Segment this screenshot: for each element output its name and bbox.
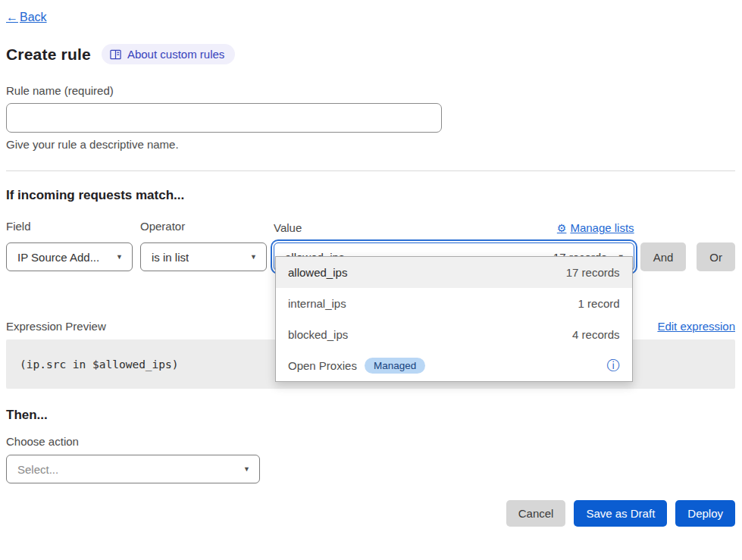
field-select-value: IP Source Add... xyxy=(17,251,99,264)
back-link[interactable]: ←Back xyxy=(6,11,47,23)
info-icon[interactable]: ⓘ xyxy=(607,359,620,372)
option-name: Open Proxies xyxy=(288,359,357,372)
option-record-count: 17 records xyxy=(566,266,620,279)
gear-icon: ⚙ xyxy=(557,222,567,234)
cancel-button[interactable]: Cancel xyxy=(506,500,566,527)
action-select[interactable]: Select... ▼ xyxy=(6,455,260,483)
rule-name-helper: Give your rule a descriptive name. xyxy=(6,138,735,151)
option-name: internal_ips xyxy=(288,297,346,310)
field-select[interactable]: IP Source Add... ▼ xyxy=(6,242,133,271)
back-arrow-icon: ← xyxy=(6,11,18,23)
chevron-down-icon: ▼ xyxy=(250,253,257,261)
edit-expression-link[interactable]: Edit expression xyxy=(657,320,735,333)
operator-select-value: is in list xyxy=(152,251,189,264)
chevron-down-icon: ▼ xyxy=(116,253,123,261)
back-row: ←Back xyxy=(6,11,735,24)
operator-select[interactable]: is in list ▼ xyxy=(140,242,267,271)
dropdown-option-open-proxies[interactable]: Open Proxies Managed ⓘ xyxy=(276,350,632,381)
manage-lists-label: Manage lists xyxy=(570,221,634,234)
option-record-count: 4 records xyxy=(572,328,620,341)
book-icon xyxy=(110,49,121,60)
value-dropdown-panel: allowed_ips 17 records internal_ips 1 re… xyxy=(275,256,633,382)
chevron-down-icon: ▼ xyxy=(243,465,250,473)
manage-lists-link[interactable]: ⚙ Manage lists xyxy=(557,221,634,234)
about-custom-rules-label: About custom rules xyxy=(127,48,224,61)
option-record-count: 1 record xyxy=(578,297,620,310)
operator-label: Operator xyxy=(140,220,267,233)
value-column: Value ⚙ Manage lists allowed_ips 17 reco… xyxy=(274,221,634,272)
expression-preview-label: Expression Preview xyxy=(6,320,106,333)
option-name: blocked_ips xyxy=(288,328,348,341)
or-button[interactable]: Or xyxy=(697,242,735,271)
and-button[interactable]: And xyxy=(640,242,687,271)
dropdown-option-allowed-ips[interactable]: allowed_ips 17 records xyxy=(276,257,632,288)
page-title: Create rule xyxy=(6,45,91,64)
save-as-draft-button[interactable]: Save as Draft xyxy=(574,500,667,527)
field-column: Field IP Source Add... ▼ xyxy=(6,220,133,271)
rule-name-label: Rule name (required) xyxy=(6,84,735,97)
dropdown-option-blocked-ips[interactable]: blocked_ips 4 records xyxy=(276,319,632,350)
action-select-placeholder: Select... xyxy=(17,463,58,476)
value-label: Value xyxy=(274,221,302,234)
operator-column: Operator is in list ▼ xyxy=(140,220,267,271)
back-label: Back xyxy=(20,11,47,23)
about-custom-rules-link[interactable]: About custom rules xyxy=(102,44,235,64)
dropdown-option-internal-ips[interactable]: internal_ips 1 record xyxy=(276,288,632,319)
section-divider xyxy=(6,171,735,171)
option-name: allowed_ips xyxy=(288,266,347,279)
expression-code: (ip.src in $allowed_ips) xyxy=(20,358,179,371)
footer-actions: Cancel Save as Draft Deploy xyxy=(6,500,735,527)
choose-action-label: Choose action xyxy=(6,435,735,448)
title-row: Create rule About custom rules xyxy=(6,44,735,64)
rule-name-input[interactable] xyxy=(6,103,442,133)
deploy-button[interactable]: Deploy xyxy=(675,500,735,527)
match-builder-row: Field IP Source Add... ▼ Operator is in … xyxy=(6,220,735,271)
managed-badge: Managed xyxy=(365,358,425,374)
field-label: Field xyxy=(6,220,133,233)
match-section-heading: If incoming requests match... xyxy=(6,188,735,203)
then-heading: Then... xyxy=(6,408,735,423)
